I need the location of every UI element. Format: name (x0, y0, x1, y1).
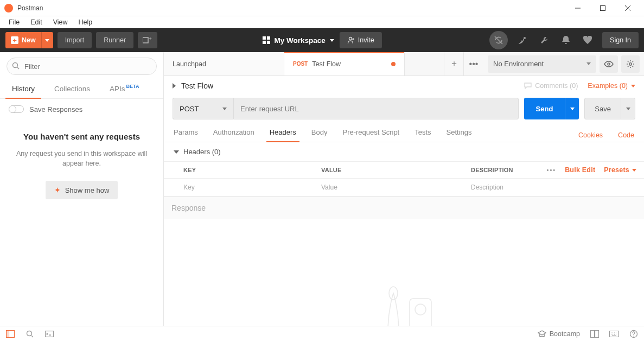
sidebar-filter-input[interactable] (7, 58, 157, 75)
window-minimize-button[interactable] (566, 0, 590, 16)
window-maximize-button[interactable] (591, 0, 615, 16)
show-me-how-label: Show me how (65, 186, 110, 194)
send-dropdown[interactable] (565, 98, 579, 119)
request-tab-params[interactable]: Params (174, 128, 198, 142)
import-button[interactable]: Import (58, 32, 92, 48)
value-input[interactable]: Value (314, 179, 463, 196)
request-tab-prerequest[interactable]: Pre-request Script (342, 128, 399, 142)
plus-icon: + (11, 36, 18, 44)
bell-icon[interactable] (559, 33, 573, 47)
svg-point-4 (524, 37, 526, 39)
headers-table: KEY VALUE DESCRIPTION ••• Bulk Edit Pres… (164, 161, 644, 197)
tab-launchpad[interactable]: Launchpad (164, 52, 284, 75)
open-new-button[interactable]: + (138, 32, 157, 48)
show-me-how-button[interactable]: ✦ Show me how (46, 181, 118, 199)
svg-rect-17 (610, 331, 619, 337)
request-tab-body[interactable]: Body (311, 128, 328, 142)
headers-section-label: Headers (0) (183, 148, 221, 156)
unsaved-dot-icon (391, 62, 396, 66)
heart-icon[interactable] (581, 33, 595, 47)
code-link[interactable]: Code (618, 131, 634, 139)
http-method-selector[interactable]: POST (173, 98, 233, 119)
chevron-down-icon (45, 39, 49, 42)
find-icon[interactable] (25, 329, 35, 339)
col-description: DESCRIPTION (463, 162, 547, 178)
workspace-label: My Workspace (274, 36, 325, 45)
request-tab-authorization[interactable]: Authorization (213, 128, 254, 142)
wrench-icon[interactable] (537, 33, 551, 47)
content-area: Launchpad POST Test Flow ＋ ••• No Enviro… (164, 52, 644, 326)
tab-label: Test Flow (312, 60, 341, 68)
bulk-edit-link[interactable]: Bulk Edit (565, 166, 595, 174)
svg-rect-12 (7, 330, 9, 337)
save-responses-toggle[interactable] (9, 105, 24, 113)
settings-gear-button[interactable] (621, 55, 640, 73)
svg-point-3 (349, 37, 352, 40)
headers-section-toggle[interactable]: Headers (0) (164, 142, 644, 161)
empty-history-body: Any request you send in this workspace w… (11, 149, 152, 169)
request-name[interactable]: Test Flow (181, 81, 213, 90)
menu-view[interactable]: View (49, 17, 72, 27)
sidebar-tab-collections[interactable]: Collections (51, 79, 93, 98)
collapse-icon[interactable] (173, 83, 176, 89)
svg-point-7 (629, 62, 632, 65)
chevron-down-icon (174, 150, 179, 154)
tab-test-flow[interactable]: POST Test Flow (284, 52, 405, 75)
svg-rect-14 (46, 331, 54, 337)
console-icon[interactable] (44, 329, 54, 339)
svg-point-13 (27, 331, 32, 336)
environment-selector[interactable]: No Environment (488, 55, 596, 73)
request-tab-settings[interactable]: Settings (447, 128, 472, 142)
app-logo-icon (4, 4, 13, 12)
examples-dropdown[interactable]: Examples (0) (588, 82, 635, 90)
app-title: Postman (17, 4, 43, 12)
presets-dropdown[interactable]: Presets (604, 166, 636, 174)
request-tab-tests[interactable]: Tests (415, 128, 431, 142)
table-row[interactable]: Key Value Description (164, 179, 644, 197)
sidebar-tab-history[interactable]: History (9, 79, 38, 98)
menu-edit[interactable]: Edit (26, 17, 47, 27)
invite-label: Invite (358, 36, 374, 44)
chevron-down-icon (570, 108, 575, 110)
save-dropdown[interactable] (621, 98, 635, 119)
save-button[interactable]: Save (584, 98, 621, 119)
signin-button[interactable]: Sign In (602, 32, 639, 48)
svg-rect-1 (143, 37, 148, 43)
response-section-label: Response (164, 197, 644, 219)
tab-options-button[interactable]: ••• (464, 52, 483, 75)
chevron-down-icon (330, 39, 334, 42)
comment-icon (524, 83, 532, 89)
sidebar-tab-apis[interactable]: APIsBETA (106, 78, 142, 98)
key-input[interactable]: Key (164, 179, 314, 196)
new-tab-button[interactable]: ＋ (444, 52, 464, 75)
menu-file[interactable]: File (4, 17, 24, 27)
new-button[interactable]: + New (5, 32, 41, 48)
description-input[interactable]: Description (463, 179, 644, 196)
send-button[interactable]: Send (524, 98, 565, 119)
invite-button[interactable]: Invite (340, 32, 382, 48)
window-close-button[interactable] (616, 0, 640, 16)
keyboard-icon[interactable] (609, 329, 619, 339)
new-button-dropdown[interactable] (41, 32, 53, 48)
status-bar: Bootcamp (0, 326, 644, 341)
cursor-click-icon: ✦ (54, 186, 61, 194)
satellite-icon[interactable] (515, 33, 530, 47)
bootcamp-button[interactable]: Bootcamp (538, 330, 580, 338)
runner-button[interactable]: Runner (96, 32, 133, 48)
comments-link[interactable]: Comments (0) (524, 82, 578, 90)
help-icon[interactable] (629, 329, 639, 339)
sidebar-toggle-icon[interactable] (5, 329, 15, 339)
chevron-down-icon (631, 85, 635, 87)
row-options-icon[interactable]: ••• (547, 167, 557, 173)
workspace-selector[interactable]: My Workspace (262, 36, 334, 45)
method-badge: POST (293, 61, 308, 67)
sync-off-icon[interactable] (489, 31, 508, 49)
tab-label: Launchpad (173, 60, 206, 68)
cookies-link[interactable]: Cookies (578, 131, 603, 139)
layout-icon[interactable] (590, 329, 600, 339)
request-url-input[interactable] (233, 98, 519, 119)
request-tab-headers[interactable]: Headers (270, 128, 296, 142)
chevron-down-icon (632, 169, 636, 172)
environment-quicklook-button[interactable] (600, 55, 618, 73)
menu-help[interactable]: Help (74, 17, 97, 27)
